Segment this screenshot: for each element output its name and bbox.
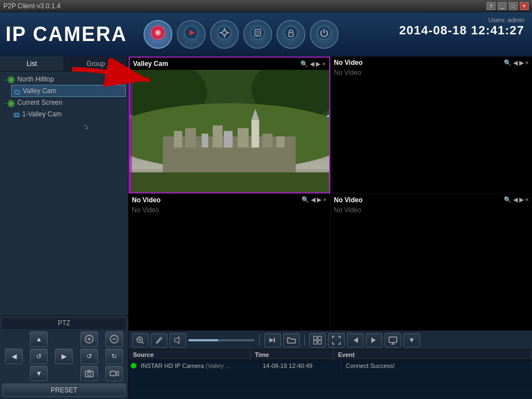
svg-rect-53 bbox=[263, 134, 273, 147]
camera-header-1: Valley Cam 🔍 ◀ ▶ × bbox=[130, 58, 329, 70]
camera-cell-2[interactable]: No Video 🔍 ◀ ▶ × No Video bbox=[331, 57, 533, 193]
ptz-down-button[interactable]: ▼ bbox=[30, 366, 48, 381]
ptz-zoom-in-button[interactable] bbox=[80, 331, 98, 347]
fullscreen-button[interactable] bbox=[328, 333, 345, 347]
file-toolbar-btn[interactable] bbox=[243, 20, 272, 49]
ptz-snapshot-button[interactable] bbox=[80, 366, 98, 381]
sidebar: List Group - North Hilltop bbox=[0, 57, 129, 399]
file-icon bbox=[250, 25, 265, 43]
camera-ctrl-search-4[interactable]: 🔍 bbox=[504, 196, 511, 203]
play-toolbar-btn[interactable] bbox=[177, 20, 206, 49]
camera-ctrl-next-3[interactable]: ▶ bbox=[317, 196, 321, 203]
svg-point-35 bbox=[88, 372, 91, 376]
zoom-button[interactable] bbox=[132, 333, 149, 347]
tree-item-1-valley-cam[interactable]: 1-Valley Cam bbox=[11, 109, 126, 120]
prev-button[interactable] bbox=[347, 333, 364, 347]
folder-button[interactable] bbox=[283, 333, 300, 347]
help-button[interactable]: ? bbox=[487, 2, 495, 10]
power-toolbar-btn[interactable] bbox=[310, 20, 339, 49]
event-col-time-header: Time bbox=[250, 350, 334, 360]
volume-button[interactable] bbox=[170, 333, 186, 347]
camera-ctrl-prev-3[interactable]: ◀ bbox=[311, 196, 315, 203]
tree-item-label: Current Screen bbox=[17, 99, 62, 106]
camera-ctrl-prev-2[interactable]: ◀ bbox=[513, 59, 518, 66]
ptz-right-button[interactable]: ▶ bbox=[55, 349, 73, 364]
sidebar-tab-group[interactable]: Group bbox=[64, 57, 129, 71]
camera-toolbar-btn[interactable] bbox=[144, 20, 172, 49]
camera-ctrl-close-3[interactable]: × bbox=[323, 196, 326, 203]
svg-rect-48 bbox=[213, 125, 223, 147]
camera-ctrl-search[interactable]: 🔍 bbox=[300, 60, 308, 68]
camera-ctrl-prev[interactable]: ◀ bbox=[310, 60, 314, 68]
svg-rect-11 bbox=[227, 32, 229, 33]
svg-line-59 bbox=[142, 341, 144, 344]
svg-rect-74 bbox=[389, 337, 397, 342]
ptz-record-button[interactable] bbox=[105, 366, 123, 381]
svg-rect-47 bbox=[202, 134, 208, 147]
camera-cell-4[interactable]: No Video 🔍 ◀ ▶ × No Video bbox=[331, 194, 533, 331]
valley-cam-video bbox=[130, 70, 329, 192]
header: IP CAMERA bbox=[0, 12, 532, 57]
camera-ctrl-close-2[interactable]: × bbox=[525, 59, 529, 66]
no-video-label-2: No Video bbox=[334, 69, 361, 76]
camera-cell-3[interactable]: No Video 🔍 ◀ ▶ × No Video bbox=[129, 194, 330, 331]
lock-toolbar-btn[interactable] bbox=[277, 20, 305, 49]
next-button[interactable] bbox=[366, 333, 382, 347]
screen-button[interactable] bbox=[385, 333, 401, 347]
ptz-rotate-right-button[interactable]: ↻ bbox=[105, 349, 123, 364]
datetime-display: 2014-08-18 12:41:27 bbox=[399, 23, 524, 38]
settings-toolbar-btn[interactable] bbox=[210, 20, 239, 49]
camera-small-icon bbox=[13, 110, 20, 119]
ptz-label: PTZ bbox=[2, 318, 126, 329]
pencil-button[interactable] bbox=[151, 333, 167, 347]
svg-point-23 bbox=[16, 91, 19, 94]
minimize-button[interactable]: _ bbox=[498, 2, 507, 10]
camera-ctrl-close-4[interactable]: × bbox=[525, 196, 529, 203]
title-bar: P2P Client-v3.0.1.4 ? _ □ ✕ bbox=[0, 0, 532, 12]
ptz-up-button[interactable]: ▲ bbox=[30, 331, 48, 347]
tree-item-valley-cam[interactable]: Valley Cam bbox=[11, 85, 126, 97]
group-icon bbox=[7, 75, 15, 84]
tree-item-north-hilltop[interactable]: - North Hilltop bbox=[2, 74, 126, 85]
ptz-empty bbox=[5, 366, 23, 381]
camera-cell-1[interactable]: Valley Cam 🔍 ◀ ▶ × bbox=[129, 57, 330, 193]
tree-item-label: 1-Valley Cam bbox=[22, 110, 62, 118]
more-button[interactable]: ▼ bbox=[403, 333, 420, 347]
close-button[interactable]: ✕ bbox=[520, 2, 529, 10]
camera-ctrl-close[interactable]: × bbox=[322, 60, 325, 68]
ptz-empty bbox=[55, 331, 73, 347]
logo-text: IP CAMERA bbox=[6, 24, 127, 44]
forward-button[interactable] bbox=[264, 333, 281, 347]
camera-ctrl-search-3[interactable]: 🔍 bbox=[301, 196, 309, 203]
maximize-button[interactable]: □ bbox=[509, 2, 518, 10]
camera-ctrl-next[interactable]: ▶ bbox=[316, 60, 320, 68]
svg-point-27 bbox=[16, 114, 18, 116]
ptz-center-button[interactable]: ↺ bbox=[30, 349, 48, 364]
volume-slider[interactable] bbox=[188, 339, 255, 341]
camera-ctrl-prev-4[interactable]: ◀ bbox=[513, 196, 518, 203]
event-col-event-header: Event bbox=[334, 350, 532, 360]
svg-marker-66 bbox=[269, 338, 274, 342]
camera-ctrl-next-2[interactable]: ▶ bbox=[519, 59, 524, 66]
ptz-zoom-out-button[interactable] bbox=[105, 331, 123, 347]
tree-item-current-screen[interactable]: - Current Screen bbox=[2, 97, 126, 108]
sidebar-tab-list[interactable]: List bbox=[0, 57, 64, 71]
ptz-left-button[interactable]: ◀ bbox=[5, 349, 23, 364]
ptz-rotate-left-button[interactable]: ↺ bbox=[80, 349, 98, 364]
camera-small-icon bbox=[14, 86, 21, 95]
play-icon bbox=[184, 25, 198, 43]
preset-button[interactable]: PRESET bbox=[2, 383, 126, 397]
camera-ctrl-next-4[interactable]: ▶ bbox=[519, 196, 524, 203]
svg-rect-10 bbox=[219, 32, 222, 33]
camera-title-3: No Video bbox=[132, 196, 161, 204]
svg-rect-54 bbox=[277, 136, 285, 147]
camera-ctrl-search-2[interactable]: 🔍 bbox=[504, 59, 511, 66]
refresh-icon bbox=[80, 124, 126, 135]
group-icon bbox=[7, 98, 15, 107]
svg-rect-71 bbox=[318, 341, 321, 344]
camera-grid: Valley Cam 🔍 ◀ ▶ × bbox=[129, 57, 532, 330]
sidebar-tabs: List Group bbox=[0, 57, 128, 71]
gear-icon bbox=[217, 25, 232, 43]
event-row-1 bbox=[129, 372, 532, 381]
grid-button[interactable] bbox=[309, 333, 326, 347]
